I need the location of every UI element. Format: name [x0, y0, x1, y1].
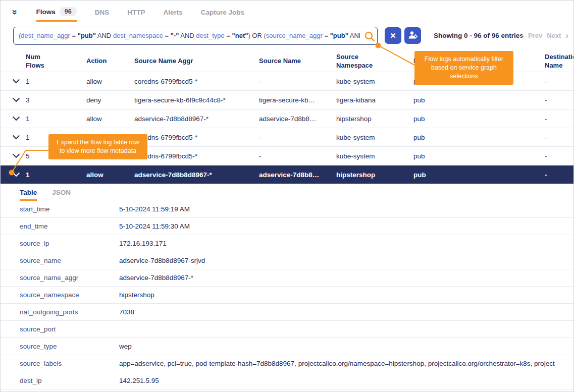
detail-body: start_time5-10-2024 11:59:19 AMend_time5… — [1, 201, 573, 389]
filter-settings-button[interactable] — [404, 27, 421, 44]
table-cell: pub — [413, 171, 545, 179]
table-cell: - — [545, 115, 573, 123]
detail-field-value: wep — [119, 343, 573, 350]
table-cell: adservice-7d8b8d8967-* — [134, 115, 259, 123]
prev-chevron-icon[interactable]: ‹ — [520, 32, 524, 39]
pagination: ‹ Prev Next › — [520, 32, 568, 39]
detail-field-row: source_name_aggradservice-7d8b8d8967-* — [1, 269, 573, 287]
tab-alerts-label: Alerts — [164, 9, 183, 16]
table-cell: adservice-7d8b8… — [259, 171, 336, 179]
table-cell: coredns-6799fbcd5-* — [134, 134, 259, 141]
prev-button[interactable]: Prev — [528, 32, 542, 39]
tab-capture-jobs[interactable]: Capture Jobs — [201, 9, 244, 22]
detail-field-row: dest_ip142.251.5.95 — [1, 372, 573, 389]
detail-field-row: end_time5-10-2024 11:59:30 AM — [1, 218, 573, 235]
table-cell: - — [545, 96, 573, 104]
detail-field-value: 142.251.5.95 — [119, 377, 573, 384]
filter-query: (dest_name_aggr = "pub" AND dest_namespa… — [19, 27, 360, 44]
column-header: Source Name Aggr — [134, 57, 259, 65]
tab-dns-label: DNS — [95, 9, 110, 16]
table-cell: hipstershop — [336, 171, 413, 179]
detail-field-row: start_time5-10-2024 11:59:19 AM — [1, 201, 573, 218]
detail-tab-json[interactable]: JSON — [52, 189, 71, 201]
table-cell: allow — [86, 78, 134, 85]
table-cell: kube-system — [336, 152, 413, 160]
table-cell: 1 — [26, 115, 86, 123]
detail-field-key: source_ip — [20, 240, 119, 247]
table-cell: - — [259, 134, 336, 141]
entries-summary: Showing 0 - 96 of 96 entries — [434, 32, 524, 39]
detail-field-row: source_labelsapp=adservice, pci=true, po… — [1, 355, 573, 372]
expand-chevron-icon[interactable] — [13, 95, 20, 102]
detail-tabs: Table JSON — [1, 184, 573, 201]
clear-filter-button[interactable]: ✕ — [385, 27, 401, 44]
expand-chevron-icon[interactable] — [13, 170, 20, 177]
tab-dns[interactable]: DNS — [95, 9, 110, 22]
search-icon[interactable] — [361, 30, 375, 43]
detail-field-row: source_nameadservice-7d8b8d8967-srjvd — [1, 252, 573, 269]
flows-count-badge: 96 — [60, 7, 77, 16]
table-cell: pub — [413, 115, 545, 123]
expand-chevron-icon[interactable] — [13, 76, 20, 83]
user-gear-icon — [408, 30, 418, 41]
top-tabs-bar: » Flows 96 DNS HTTP Alerts Capture Jobs — [1, 1, 573, 22]
table-row[interactable]: 3denytigera-secure-kb-6f9c9c44c8-*tigera… — [1, 91, 573, 109]
detail-field-row: source_ip172.16.193.171 — [1, 235, 573, 252]
expand-chevron-icon[interactable] — [13, 132, 20, 139]
next-chevron-icon[interactable]: › — [565, 32, 568, 39]
table-cell: adservice-7d8b8d8967-* — [134, 171, 259, 179]
detail-field-row: source_namespacehipstershop — [1, 287, 573, 304]
table-cell: allow — [86, 171, 134, 179]
detail-field-row: source_port — [1, 321, 573, 338]
table-body: 1allowcoredns-6799fbcd5-*-kube-systempub… — [1, 72, 573, 184]
collapse-panel-icon[interactable]: » — [10, 10, 21, 15]
detail-field-value: 5-10-2024 11:59:30 AM — [119, 222, 573, 230]
detail-field-value: 5-10-2024 11:59:19 AM — [119, 205, 573, 213]
table-cell: pub — [413, 134, 545, 141]
tab-alerts[interactable]: Alerts — [164, 9, 183, 22]
detail-field-key: nat_outgoing_ports — [20, 308, 119, 316]
detail-field-key: end_time — [20, 222, 119, 230]
table-cell: 3 — [26, 96, 86, 104]
detail-tab-table[interactable]: Table — [20, 189, 37, 201]
table-cell: deny — [86, 96, 134, 104]
detail-field-value: 7038 — [119, 308, 573, 316]
detail-field-value: 172.16.193.171 — [119, 240, 573, 247]
table-cell: - — [545, 171, 573, 179]
table-cell: - — [259, 152, 336, 160]
detail-field-key: source_namespace — [20, 291, 119, 299]
tab-flows[interactable]: Flows 96 — [36, 7, 77, 22]
tab-http-label: HTTP — [127, 9, 145, 16]
detail-field-row: source_typewep — [1, 338, 573, 355]
column-header: Source Name — [259, 57, 336, 65]
table-cell: adservice-7d8b8… — [259, 115, 336, 123]
table-cell: 1 — [26, 78, 86, 85]
table-cell: 1 — [26, 171, 86, 179]
table-cell: hipstershop — [336, 115, 413, 123]
detail-field-key: source_type — [20, 343, 119, 350]
detail-field-key: source_name — [20, 257, 119, 264]
expand-chevron-icon[interactable] — [13, 114, 20, 121]
table-cell: - — [545, 134, 573, 141]
table-row[interactable]: 1allowadservice-7d8b8d8967-*adservice-7d… — [1, 165, 573, 184]
flow-logs-page: » Flows 96 DNS HTTP Alerts Capture Jobs … — [0, 0, 574, 392]
table-cell: - — [545, 78, 573, 85]
next-button[interactable]: Next — [547, 32, 561, 39]
table-cell: kube-system — [336, 134, 413, 141]
tab-capture-jobs-label: Capture Jobs — [201, 9, 244, 16]
filter-query-input[interactable]: (dest_name_aggr = "pub" AND dest_namespa… — [13, 27, 378, 45]
table-row[interactable]: 1allowadservice-7d8b8d8967-*adservice-7d… — [1, 109, 573, 128]
column-header: Action — [86, 57, 134, 65]
detail-field-key: source_labels — [20, 360, 119, 367]
column-header: Num Flows — [26, 53, 86, 70]
detail-field-row: nat_outgoing_ports7038 — [1, 304, 573, 321]
detail-field-value: adservice-7d8b8d8967-srjvd — [119, 257, 573, 264]
table-cell: coredns-6799fbcd5-* — [134, 78, 259, 85]
table-cell: pub — [413, 96, 545, 104]
tab-http[interactable]: HTTP — [127, 9, 145, 22]
table-cell: tigera-secure-kb-6f9c9c44c8-* — [134, 96, 259, 104]
tab-flows-label: Flows — [36, 8, 56, 16]
expand-chevron-icon[interactable] — [13, 151, 20, 158]
filter-bar: (dest_name_aggr = "pub" AND dest_namespa… — [1, 26, 573, 47]
table-cell: pub — [413, 152, 545, 160]
